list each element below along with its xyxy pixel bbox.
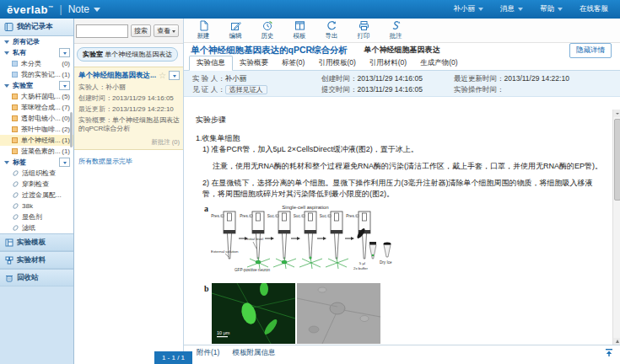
card-summary: 实验概要：单个神经细胞基因表达的qPCR综合分析 <box>78 116 180 133</box>
scrollbar-thumb[interactable] <box>614 119 620 201</box>
export-button[interactable]: 导出 <box>315 20 348 40</box>
sidebar-tag-38k[interactable]: 38k <box>0 201 73 211</box>
sidebar-tag-transition-metal[interactable]: 过渡金属配... <box>0 190 73 201</box>
sidebar-section-private[interactable]: 私有 <box>0 47 73 58</box>
svg-text:Suc.: Suc. <box>294 214 301 218</box>
materials-icon <box>5 256 13 265</box>
help-menu[interactable]: 帮助 <box>540 4 563 14</box>
sidebar-item-uncategorized[interactable]: 未分类(0) <box>0 58 73 69</box>
filter-pill[interactable]: 实验室 单个神经细胞基因表达 <box>77 47 178 62</box>
chevron-down-icon <box>518 8 523 13</box>
experiment-list-panel: 搜索 查看 实验室 单个神经细胞基因表达 单个神经细胞基因表达... ☆ 实验人… <box>74 19 184 364</box>
collapse-triangle-icon <box>4 84 9 90</box>
info-submitted: 提交时间：2013/11/29 14:16:05 <box>321 85 423 95</box>
svg-text:Suc.: Suc. <box>267 214 275 218</box>
search-button[interactable]: 搜索 <box>131 24 151 37</box>
info-witness: 见 证 人：选择见证人 <box>192 85 267 95</box>
notebook-square-icon <box>12 72 18 78</box>
figure-b: b 10 μm <box>204 283 604 345</box>
sidebar-tag-biopsy[interactable]: 活组织检查 <box>0 168 73 179</box>
hide-details-button[interactable]: 隐藏详情 <box>569 43 612 58</box>
section-menu-button[interactable] <box>59 81 70 90</box>
card-owner: 实验人：补小丽 <box>78 83 180 92</box>
header-center-title: 单个神经细胞基因表达 <box>184 45 620 56</box>
sidebar-section-tags[interactable]: 标签 <box>0 157 73 168</box>
edit-button[interactable]: 编辑 <box>219 20 251 40</box>
sidebar-item-tea-caffeine[interactable]: 茶叶中咖啡...(2) <box>0 124 73 135</box>
experiment-detail-panel: 新建 编辑 历史 模板 导出 打印 批注 单个神经细胞基因表达 单个神经细胞基因… <box>184 19 620 364</box>
notebook-header[interactable]: 我的记录本 <box>0 19 73 36</box>
diagram-title: Single-cell aspiration <box>282 205 328 210</box>
figure-b-label: b <box>204 283 209 345</box>
sidebar-tag-filter-paper[interactable]: 滤纸 <box>0 222 73 233</box>
tag-icon <box>13 203 19 209</box>
tag-icon <box>13 170 19 176</box>
app-logo: ēverlab™ <box>7 3 54 16</box>
sidebar-item-imidazole[interactable]: 苯咪唑合成...(7) <box>0 102 73 113</box>
sidebar-item-tem[interactable]: 透射电镜小...(0) <box>0 113 73 124</box>
tab-experiment-info[interactable]: 实验信息 <box>189 56 233 71</box>
logo-divider: | <box>60 3 62 15</box>
svg-text:Pres.: Pres. <box>211 214 220 218</box>
pagination[interactable]: 1 - 1 / 1 <box>154 351 192 364</box>
sidebar-item-spinach-pigment[interactable]: 菠菜色素的...(1) <box>0 146 73 157</box>
svg-text:Pres.: Pres. <box>240 214 249 218</box>
experiment-card[interactable]: 单个神经细胞基因表达... ☆ 实验人：补小丽 创建时间：2013/11/29 … <box>74 67 183 150</box>
sidebar-item-my-experiments[interactable]: 我的实验记...(1) <box>0 69 73 80</box>
sidebar-tag-chromogenic-agent[interactable]: 显色剂 <box>0 211 73 222</box>
template-button[interactable]: 模板 <box>283 20 315 40</box>
card-menu-button[interactable] <box>169 71 180 80</box>
sidebar-bottom-nav: 实验模板 实验材料 回收站 <box>0 233 73 286</box>
section-menu-button[interactable] <box>59 48 70 57</box>
annotate-button[interactable]: 批注 <box>380 20 412 40</box>
notebook-square-icon <box>12 61 18 67</box>
svg-text:External solution: External solution <box>211 249 239 254</box>
chevron-down-icon <box>478 8 483 13</box>
favorite-star-icon[interactable]: ☆ <box>159 72 166 79</box>
attachments-link[interactable]: 附件(1) <box>197 348 219 358</box>
history-button[interactable]: 历史 <box>251 20 283 40</box>
tab-experiment-summary[interactable]: 实验概要 <box>233 56 275 70</box>
online-support-link[interactable]: 在线客服 <box>580 4 608 14</box>
sidebar-scrollbar-thumb[interactable] <box>70 112 73 147</box>
sidebar-item-experiment-templates[interactable]: 实验模板 <box>0 233 73 251</box>
sidebar-item-single-neuron[interactable]: 单个神经细...(1) <box>0 135 73 146</box>
tab-referenced-templates[interactable]: 引用模板(0) <box>311 56 362 70</box>
info-optime: 实验操作时间： <box>454 85 504 95</box>
sidebar-item-recycle-bin[interactable]: 回收站 <box>0 269 73 286</box>
top-menu: 补小丽 消息 帮助 在线客服 <box>454 4 609 14</box>
messages-menu[interactable]: 消息 <box>500 4 523 14</box>
print-button[interactable]: 打印 <box>348 20 380 40</box>
tab-generated-products[interactable]: 生成产物(0) <box>413 56 464 70</box>
printer-icon <box>359 20 369 31</box>
sidebar-section-all-records[interactable]: 所有记录 <box>0 36 73 47</box>
experiment-card-title[interactable]: 单个神经细胞基因表达... <box>78 71 159 81</box>
card-annotation-count[interactable]: 新批注 (0) <box>78 138 180 147</box>
user-menu[interactable]: 补小丽 <box>454 4 484 14</box>
steps-heading: 实验步骤 <box>196 115 604 126</box>
filter-row: 实验室 单个神经细胞基因表达 <box>74 44 183 67</box>
notebook-square-icon <box>12 126 18 132</box>
section-menu-button[interactable] <box>59 158 70 167</box>
sidebar-section-lab[interactable]: 实验室 <box>0 80 73 91</box>
new-button[interactable]: 新建 <box>187 20 219 40</box>
sidebar-item-ecoli[interactable]: 大肠杆菌电...(5) <box>0 91 73 102</box>
single-cell-aspiration-diagram: Single-cell aspiration Pres. Pres. Suc. … <box>211 203 401 281</box>
select-witness-button[interactable]: 选择见证人 <box>225 85 267 94</box>
search-input[interactable] <box>76 24 128 38</box>
microscopy-grid: 10 μm <box>212 283 380 345</box>
template-info-link[interactable]: 模板附属信息 <box>232 348 275 358</box>
collapse-triangle-icon <box>4 51 9 57</box>
view-button[interactable]: 查看 <box>154 24 179 37</box>
product-menu-chevron-icon[interactable] <box>94 8 100 15</box>
search-bar: 搜索 查看 <box>74 19 183 44</box>
sidebar-tag-puncture[interactable]: 穿刺检查 <box>0 179 73 190</box>
collapse-to-top-icon[interactable] <box>605 349 613 356</box>
scroll-up-button[interactable] <box>613 110 620 117</box>
content-scrollbar[interactable] <box>612 110 620 345</box>
collapse-triangle-icon <box>4 40 9 46</box>
chevron-down-icon <box>172 30 175 35</box>
tab-tags[interactable]: 标签(0) <box>275 56 311 70</box>
tab-referenced-materials[interactable]: 引用材料(0) <box>363 56 413 70</box>
sidebar-item-experiment-materials[interactable]: 实验材料 <box>0 251 73 269</box>
